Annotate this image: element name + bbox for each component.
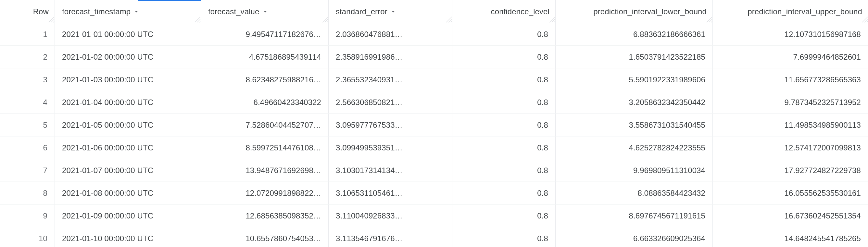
cell-row-number: 2	[0, 46, 55, 68]
cell-pred-lower-bound: 8.6976745671191615	[556, 205, 713, 227]
cell-row-number: 7	[0, 159, 55, 182]
header-pred-lower-bound[interactable]: prediction_interval_lower_bound	[556, 0, 713, 23]
cell-pred-upper-bound-value: 12.107310156987168	[713, 23, 868, 45]
cell-forecast-value: 4.675186895439114	[201, 46, 329, 68]
resize-handle-icon[interactable]	[548, 15, 555, 23]
results-table: Row forecast_timestamp	[0, 0, 868, 247]
cell-forecast-timestamp: 2021-01-08 00:00:00 UTC	[55, 182, 201, 205]
cell-forecast-value-value: 7.52860404452707…	[201, 114, 328, 136]
cell-row-number: 1	[0, 23, 55, 46]
cell-confidence-level: 0.8	[452, 91, 556, 114]
cell-forecast-timestamp-value: 2021-01-09 00:00:00 UTC	[55, 205, 201, 227]
cell-forecast-value-value: 12.6856385098352…	[201, 205, 328, 227]
cell-forecast-timestamp-value: 2021-01-04 00:00:00 UTC	[55, 91, 201, 113]
cell-standard-error-value: 3.103017314134…	[329, 159, 452, 181]
cell-standard-error: 2.036860476881…	[329, 23, 452, 46]
header-row-number[interactable]: Row	[0, 0, 55, 23]
cell-confidence-level-value: 0.8	[452, 159, 555, 181]
resize-handle-icon[interactable]	[193, 15, 201, 23]
cell-forecast-timestamp: 2021-01-04 00:00:00 UTC	[55, 91, 201, 114]
header-pred-upper-bound[interactable]: prediction_interval_upper_bound	[713, 0, 868, 23]
header-forecast-timestamp[interactable]: forecast_timestamp	[55, 0, 201, 23]
cell-pred-lower-bound: 3.5586731031540455	[556, 114, 713, 137]
cell-forecast-timestamp: 2021-01-07 00:00:00 UTC	[55, 159, 201, 182]
cell-standard-error-value: 2.566306850821…	[329, 91, 452, 113]
cell-forecast-value-value: 12.0720991898822…	[201, 182, 328, 204]
cell-confidence-level: 0.8	[452, 205, 556, 227]
cell-row-number: 8	[0, 182, 55, 205]
table-row[interactable]: 42021-01-04 00:00:00 UTC6.49660423340322…	[0, 91, 868, 114]
table-row[interactable]: 62021-01-06 00:00:00 UTC8.59972514476108…	[0, 137, 868, 159]
resize-handle-icon[interactable]	[705, 15, 712, 23]
header-standard-error[interactable]: standard_error	[329, 0, 452, 23]
resize-handle-icon[interactable]	[321, 15, 328, 23]
header-confidence-level[interactable]: confidence_level	[452, 0, 556, 23]
cell-confidence-level-value: 0.8	[452, 46, 555, 68]
cell-forecast-timestamp-value: 2021-01-06 00:00:00 UTC	[55, 137, 201, 159]
cell-confidence-level-value: 0.8	[452, 91, 555, 113]
cell-forecast-value-value: 4.675186895439114	[201, 46, 328, 68]
cell-pred-lower-bound-value: 8.6976745671191615	[556, 205, 712, 227]
table-body: 12021-01-01 00:00:00 UTC9.49547117182676…	[0, 23, 868, 247]
header-label-lb: prediction_interval_lower_bound	[593, 7, 707, 16]
cell-pred-lower-bound: 1.6503791423522185	[556, 46, 713, 68]
cell-standard-error: 3.106531105461…	[329, 182, 452, 205]
resize-handle-icon[interactable]	[48, 15, 55, 23]
header-forecast-value[interactable]: forecast_value	[201, 0, 329, 23]
cell-row-number: 3	[0, 68, 55, 91]
cell-pred-upper-bound: 12.107310156987168	[713, 23, 868, 46]
cell-pred-lower-bound-value: 3.5586731031540455	[556, 114, 712, 136]
cell-forecast-timestamp-value: 2021-01-02 00:00:00 UTC	[55, 46, 201, 68]
cell-pred-lower-bound-value: 5.5901922331989606	[556, 68, 712, 91]
cell-confidence-level: 0.8	[452, 137, 556, 159]
table-row[interactable]: 12021-01-01 00:00:00 UTC9.49547117182676…	[0, 23, 868, 46]
cell-forecast-value-value: 6.49660423340322	[201, 91, 328, 113]
cell-confidence-level-value: 0.8	[452, 23, 555, 45]
cell-pred-lower-bound: 6.883632186666361	[556, 23, 713, 46]
resize-handle-icon[interactable]	[445, 15, 452, 23]
cell-forecast-value: 8.59972514476108…	[201, 137, 329, 159]
table-row[interactable]: 72021-01-07 00:00:00 UTC13.9487671692698…	[0, 159, 868, 182]
sort-dropdown-icon[interactable]	[390, 8, 397, 15]
cell-confidence-level: 0.8	[452, 159, 556, 182]
cell-forecast-value: 13.9487671692698…	[201, 159, 329, 182]
resize-handle-icon[interactable]	[861, 15, 868, 23]
cell-pred-lower-bound: 4.6252782824223555	[556, 137, 713, 159]
cell-pred-lower-bound: 6.663326609025364	[556, 227, 713, 247]
cell-forecast-value-value: 13.9487671692698…	[201, 159, 328, 181]
cell-pred-upper-bound-value: 9.7873452325713952	[713, 91, 868, 113]
header-row: Row forecast_timestamp	[0, 0, 868, 23]
cell-pred-upper-bound-value: 11.498534985900113	[713, 114, 868, 136]
table-row[interactable]: 102021-01-10 00:00:00 UTC10.655786075405…	[0, 227, 868, 247]
header-label-cl: confidence_level	[491, 7, 550, 16]
table-row[interactable]: 82021-01-08 00:00:00 UTC12.0720991898822…	[0, 182, 868, 205]
cell-pred-upper-bound-value: 14.648245541785265	[713, 227, 868, 247]
table-row[interactable]: 92021-01-09 00:00:00 UTC12.6856385098352…	[0, 205, 868, 227]
cell-confidence-level-value: 0.8	[452, 137, 555, 159]
cell-pred-lower-bound-value: 6.883632186666361	[556, 23, 712, 45]
cell-forecast-timestamp-value: 2021-01-01 00:00:00 UTC	[55, 23, 201, 45]
sort-dropdown-icon[interactable]	[262, 8, 269, 15]
cell-standard-error-value: 3.106531105461…	[329, 182, 452, 204]
table-row[interactable]: 52021-01-05 00:00:00 UTC7.52860404452707…	[0, 114, 868, 137]
cell-standard-error: 3.095977767533…	[329, 114, 452, 137]
cell-forecast-timestamp: 2021-01-01 00:00:00 UTC	[55, 23, 201, 46]
cell-pred-upper-bound-value: 11.656773286565363	[713, 68, 868, 91]
table-row[interactable]: 22021-01-02 00:00:00 UTC4.67518689543911…	[0, 46, 868, 68]
table-row[interactable]: 32021-01-03 00:00:00 UTC8.62348275988216…	[0, 68, 868, 91]
cell-pred-upper-bound: 7.69999464852601	[713, 46, 868, 68]
sort-dropdown-icon[interactable]	[133, 8, 140, 15]
cell-confidence-level-value: 0.8	[452, 182, 555, 204]
cell-pred-upper-bound: 11.498534985900113	[713, 114, 868, 137]
cell-forecast-timestamp: 2021-01-06 00:00:00 UTC	[55, 137, 201, 159]
cell-pred-upper-bound: 14.648245541785265	[713, 227, 868, 247]
cell-row-number-value: 5	[0, 114, 55, 136]
cell-row-number: 4	[0, 91, 55, 114]
cell-standard-error: 3.099499539351…	[329, 137, 452, 159]
cell-confidence-level-value: 0.8	[452, 205, 555, 227]
cell-pred-upper-bound-value: 16.055562535530161	[713, 182, 868, 204]
cell-forecast-value: 8.62348275988216…	[201, 68, 329, 91]
cell-pred-lower-bound-value: 8.08863584423432	[556, 182, 712, 204]
cell-pred-upper-bound: 9.7873452325713952	[713, 91, 868, 114]
cell-pred-lower-bound: 3.2058632342350442	[556, 91, 713, 114]
